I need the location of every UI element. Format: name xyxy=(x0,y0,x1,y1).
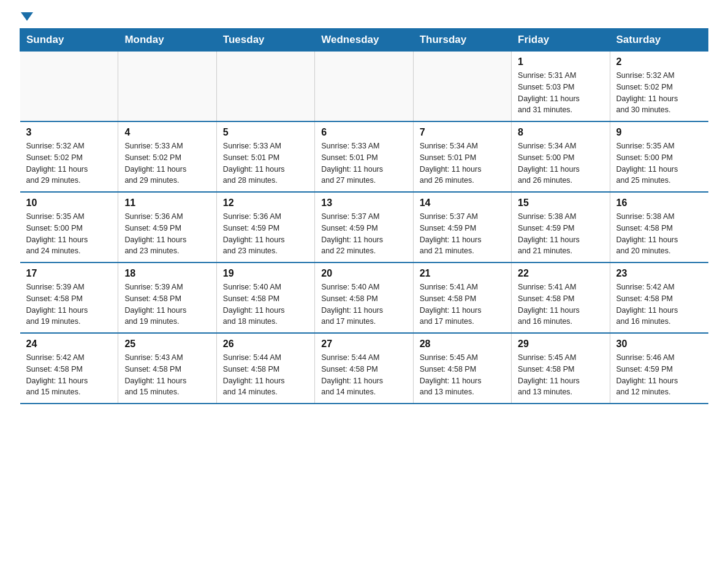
day-number: 10 xyxy=(26,197,112,209)
day-info: Sunrise: 5:33 AM Sunset: 5:01 PM Dayligh… xyxy=(223,140,308,186)
day-info: Sunrise: 5:39 AM Sunset: 4:58 PM Dayligh… xyxy=(124,282,210,327)
day-info: Sunrise: 5:40 AM Sunset: 4:58 PM Dayligh… xyxy=(321,282,406,327)
day-number: 1 xyxy=(518,56,603,67)
calendar-cell: 1Sunrise: 5:31 AM Sunset: 5:03 PM Daylig… xyxy=(512,52,610,122)
day-info: Sunrise: 5:33 AM Sunset: 5:01 PM Dayligh… xyxy=(321,140,406,186)
day-info: Sunrise: 5:44 AM Sunset: 4:58 PM Dayligh… xyxy=(223,352,308,398)
calendar-cell: 20Sunrise: 5:40 AM Sunset: 4:58 PM Dayli… xyxy=(315,262,413,333)
day-info: Sunrise: 5:32 AM Sunset: 5:02 PM Dayligh… xyxy=(616,70,702,116)
day-info: Sunrise: 5:33 AM Sunset: 5:02 PM Dayligh… xyxy=(124,140,210,186)
day-info: Sunrise: 5:32 AM Sunset: 5:02 PM Dayligh… xyxy=(26,140,112,186)
calendar-cell: 13Sunrise: 5:37 AM Sunset: 4:59 PM Dayli… xyxy=(315,192,413,262)
day-number: 22 xyxy=(518,268,603,279)
calendar-cell: 27Sunrise: 5:44 AM Sunset: 4:58 PM Dayli… xyxy=(315,333,413,404)
day-number: 9 xyxy=(616,127,702,138)
day-info: Sunrise: 5:38 AM Sunset: 4:59 PM Dayligh… xyxy=(518,211,603,257)
day-number: 30 xyxy=(616,339,702,350)
calendar-cell: 26Sunrise: 5:44 AM Sunset: 4:58 PM Dayli… xyxy=(216,333,314,404)
day-number: 26 xyxy=(223,339,308,350)
week-row-3: 10Sunrise: 5:35 AM Sunset: 5:00 PM Dayli… xyxy=(20,192,708,262)
day-number: 19 xyxy=(223,268,308,279)
calendar-cell: 9Sunrise: 5:35 AM Sunset: 5:00 PM Daylig… xyxy=(610,121,708,192)
day-number: 13 xyxy=(321,197,406,209)
day-number: 17 xyxy=(26,268,112,279)
day-number: 25 xyxy=(124,339,210,350)
day-header-saturday: Saturday xyxy=(610,29,708,52)
calendar-cell: 17Sunrise: 5:39 AM Sunset: 4:58 PM Dayli… xyxy=(20,262,118,333)
week-row-5: 24Sunrise: 5:42 AM Sunset: 4:58 PM Dayli… xyxy=(20,333,708,404)
day-number: 2 xyxy=(616,56,702,67)
day-number: 18 xyxy=(124,268,210,279)
calendar-cell: 23Sunrise: 5:42 AM Sunset: 4:58 PM Dayli… xyxy=(610,262,708,333)
day-info: Sunrise: 5:36 AM Sunset: 4:59 PM Dayligh… xyxy=(223,211,308,257)
calendar-cell: 7Sunrise: 5:34 AM Sunset: 5:01 PM Daylig… xyxy=(413,121,511,192)
calendar-cell: 22Sunrise: 5:41 AM Sunset: 4:58 PM Dayli… xyxy=(512,262,610,333)
day-info: Sunrise: 5:34 AM Sunset: 5:00 PM Dayligh… xyxy=(518,140,603,186)
day-header-sunday: Sunday xyxy=(20,29,118,52)
week-row-4: 17Sunrise: 5:39 AM Sunset: 4:58 PM Dayli… xyxy=(20,262,708,333)
calendar-cell xyxy=(118,52,216,122)
day-info: Sunrise: 5:41 AM Sunset: 4:58 PM Dayligh… xyxy=(420,282,505,327)
day-header-thursday: Thursday xyxy=(413,29,511,52)
day-number: 15 xyxy=(518,197,603,209)
calendar-cell: 30Sunrise: 5:46 AM Sunset: 4:59 PM Dayli… xyxy=(610,333,708,404)
calendar-cell: 21Sunrise: 5:41 AM Sunset: 4:58 PM Dayli… xyxy=(413,262,511,333)
calendar-cell: 11Sunrise: 5:36 AM Sunset: 4:59 PM Dayli… xyxy=(118,192,216,262)
day-number: 14 xyxy=(420,197,505,209)
calendar-cell: 16Sunrise: 5:38 AM Sunset: 4:58 PM Dayli… xyxy=(610,192,708,262)
day-number: 5 xyxy=(223,127,308,138)
day-number: 24 xyxy=(26,339,112,350)
day-info: Sunrise: 5:37 AM Sunset: 4:59 PM Dayligh… xyxy=(321,211,406,257)
day-number: 27 xyxy=(321,339,406,350)
header xyxy=(20,15,708,18)
day-header-tuesday: Tuesday xyxy=(216,29,314,52)
day-info: Sunrise: 5:40 AM Sunset: 4:58 PM Dayligh… xyxy=(223,282,308,327)
day-info: Sunrise: 5:41 AM Sunset: 4:58 PM Dayligh… xyxy=(518,282,603,327)
calendar-cell: 15Sunrise: 5:38 AM Sunset: 4:59 PM Dayli… xyxy=(512,192,610,262)
calendar-cell: 5Sunrise: 5:33 AM Sunset: 5:01 PM Daylig… xyxy=(216,121,314,192)
day-info: Sunrise: 5:44 AM Sunset: 4:58 PM Dayligh… xyxy=(321,352,406,398)
calendar-cell xyxy=(315,52,413,122)
calendar-cell: 24Sunrise: 5:42 AM Sunset: 4:58 PM Dayli… xyxy=(20,333,118,404)
calendar-cell: 8Sunrise: 5:34 AM Sunset: 5:00 PM Daylig… xyxy=(512,121,610,192)
day-number: 8 xyxy=(518,127,603,138)
day-info: Sunrise: 5:46 AM Sunset: 4:59 PM Dayligh… xyxy=(616,352,702,398)
day-info: Sunrise: 5:45 AM Sunset: 4:58 PM Dayligh… xyxy=(420,352,505,398)
day-info: Sunrise: 5:34 AM Sunset: 5:01 PM Dayligh… xyxy=(420,140,505,186)
day-header-monday: Monday xyxy=(118,29,216,52)
day-info: Sunrise: 5:42 AM Sunset: 4:58 PM Dayligh… xyxy=(616,282,702,327)
logo xyxy=(20,15,33,18)
calendar-cell: 18Sunrise: 5:39 AM Sunset: 4:58 PM Dayli… xyxy=(118,262,216,333)
calendar-cell: 6Sunrise: 5:33 AM Sunset: 5:01 PM Daylig… xyxy=(315,121,413,192)
day-info: Sunrise: 5:35 AM Sunset: 5:00 PM Dayligh… xyxy=(616,140,702,186)
day-number: 12 xyxy=(223,197,308,209)
day-number: 23 xyxy=(616,268,702,279)
day-number: 20 xyxy=(321,268,406,279)
calendar-cell: 25Sunrise: 5:43 AM Sunset: 4:58 PM Dayli… xyxy=(118,333,216,404)
calendar-cell xyxy=(20,52,118,122)
day-number: 21 xyxy=(420,268,505,279)
calendar-cell: 14Sunrise: 5:37 AM Sunset: 4:59 PM Dayli… xyxy=(413,192,511,262)
day-number: 28 xyxy=(420,339,505,350)
calendar-cell: 4Sunrise: 5:33 AM Sunset: 5:02 PM Daylig… xyxy=(118,121,216,192)
calendar-cell xyxy=(216,52,314,122)
day-header-wednesday: Wednesday xyxy=(315,29,413,52)
calendar-cell: 19Sunrise: 5:40 AM Sunset: 4:58 PM Dayli… xyxy=(216,262,314,333)
day-info: Sunrise: 5:45 AM Sunset: 4:58 PM Dayligh… xyxy=(518,352,603,398)
day-number: 3 xyxy=(26,127,112,138)
day-number: 4 xyxy=(124,127,210,138)
calendar-cell: 10Sunrise: 5:35 AM Sunset: 5:00 PM Dayli… xyxy=(20,192,118,262)
logo-arrow-icon xyxy=(21,12,33,21)
day-number: 16 xyxy=(616,197,702,209)
calendar-cell: 3Sunrise: 5:32 AM Sunset: 5:02 PM Daylig… xyxy=(20,121,118,192)
day-info: Sunrise: 5:43 AM Sunset: 4:58 PM Dayligh… xyxy=(124,352,210,398)
day-info: Sunrise: 5:35 AM Sunset: 5:00 PM Dayligh… xyxy=(26,211,112,257)
day-info: Sunrise: 5:37 AM Sunset: 4:59 PM Dayligh… xyxy=(420,211,505,257)
day-info: Sunrise: 5:42 AM Sunset: 4:58 PM Dayligh… xyxy=(26,352,112,398)
calendar-cell: 2Sunrise: 5:32 AM Sunset: 5:02 PM Daylig… xyxy=(610,52,708,122)
day-number: 29 xyxy=(518,339,603,350)
day-number: 7 xyxy=(420,127,505,138)
day-header-friday: Friday xyxy=(512,29,610,52)
day-number: 6 xyxy=(321,127,406,138)
calendar-cell: 28Sunrise: 5:45 AM Sunset: 4:58 PM Dayli… xyxy=(413,333,511,404)
